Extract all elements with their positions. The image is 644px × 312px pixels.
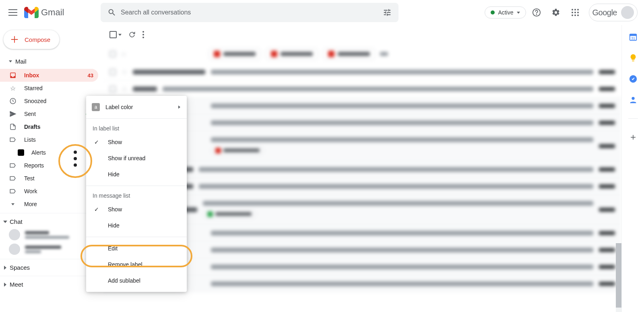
nav-lists[interactable]: Lists [0,133,98,146]
nav-snoozed[interactable]: Snoozed [0,95,98,107]
label-icon [9,187,17,195]
chevron-down-icon [517,12,520,14]
main-menu-button[interactable] [3,3,23,22]
checkbox-icon [109,31,117,38]
star-icon: ☆ [9,84,17,92]
menu-show-if-unread-text: Show if unread [108,155,145,161]
nav-lists-label: Lists [24,136,93,143]
chevron-down-icon [9,200,17,208]
nav-alerts[interactable]: Alerts [0,146,98,159]
contacts-app-button[interactable] [628,95,638,105]
menu-show-text: Show [108,139,122,145]
nav-inbox-label: Inbox [24,72,80,79]
dot-icon [74,151,77,154]
select-all-checkbox[interactable] [109,31,122,38]
label-color-swatch [18,149,24,156]
compose-button[interactable]: Compose [3,30,60,49]
dot-icon [74,163,77,167]
menu-show-if-unread[interactable]: Show if unread [86,150,187,166]
search-input[interactable] [121,9,378,16]
account-avatar[interactable] [621,6,634,19]
keep-app-button[interactable] [628,53,638,63]
svg-point-4 [577,9,579,10]
divider [628,118,638,119]
header: Gmail Active Google [0,0,644,25]
nav-work[interactable]: Work [0,185,98,198]
menu-add-sublabel-text: Add sublabel [108,277,140,284]
nav-sent[interactable]: Sent ✔✔ [0,107,98,120]
tasks-icon [629,74,638,83]
meet-section-title: Meet [10,281,23,288]
chevron-down-icon [9,60,12,62]
menu-hide[interactable]: Hide [86,166,187,182]
file-icon [9,123,17,131]
nav-test-label: Test [24,175,93,182]
menu-hide-message[interactable]: Hide [86,217,187,233]
menu-show[interactable]: ✓ Show [86,134,187,150]
menu-remove-label[interactable]: Remove label [86,256,187,273]
nav-test[interactable]: Test [0,172,98,185]
nav-reports[interactable]: Reports [0,159,98,172]
add-app-button[interactable] [628,132,638,142]
menu-label-color[interactable]: a Label color [86,99,187,115]
menu-label-color-text: Label color [105,104,133,110]
svg-point-1 [536,14,537,15]
svg-point-6 [574,12,576,13]
chevron-down-icon [3,221,7,223]
label-icon [9,136,17,144]
search-options-button[interactable] [378,4,396,21]
side-panel: 31 [621,25,644,312]
svg-rect-13 [630,34,636,36]
dot-icon [74,157,77,160]
chat-avatar-icon [9,229,20,240]
search-bar[interactable] [101,3,398,22]
calendar-icon: 31 [629,33,638,41]
spaces-section-title: Spaces [10,264,30,271]
gmail-logo[interactable]: Gmail [24,7,97,18]
send-icon [9,110,17,118]
support-button[interactable] [528,4,545,21]
svg-point-10 [577,14,579,16]
label-more-options-button[interactable] [71,151,80,167]
mail-section-header[interactable]: Mail [0,54,103,69]
compose-label: Compose [25,36,50,43]
menu-edit[interactable]: Edit [86,240,187,256]
chat-section-title: Chat [10,218,23,225]
refresh-button[interactable] [128,31,136,39]
search-icon[interactable] [103,4,121,21]
nav-sent-label: Sent [24,111,80,117]
nav-more[interactable]: More [0,198,98,211]
more-actions-button[interactable] [142,31,144,38]
calendar-app-button[interactable]: 31 [628,32,638,42]
nav-inbox[interactable]: Inbox 43 [0,69,98,82]
google-account-chip[interactable]: Google [589,4,638,21]
scrollbar[interactable] [616,243,621,312]
nav-drafts[interactable]: Drafts [0,120,98,133]
menu-add-sublabel[interactable]: Add sublabel [86,273,187,289]
mail-toolbar [103,25,621,44]
menu-divider [86,186,187,186]
nav-starred-label: Starred [24,85,93,91]
tasks-app-button[interactable] [628,74,638,84]
apps-button[interactable] [566,4,584,21]
compose-plus-icon [10,35,19,44]
help-icon [532,8,541,17]
menu-divider [86,237,187,237]
gear-icon [551,8,560,17]
menu-section-in-message-list: In message list [86,189,187,201]
color-swatch-icon: a [92,103,100,111]
svg-point-8 [572,14,573,16]
menu-show-message[interactable]: ✓ Show [86,201,187,217]
plus-icon [629,133,637,141]
menu-remove-label-text: Remove label [108,261,142,268]
menu-edit-text: Edit [108,245,118,252]
chevron-right-icon [4,266,6,270]
nav-alerts-label: Alerts [31,149,93,156]
nav-work-label: Work [24,188,93,194]
chevron-right-icon [178,105,180,109]
settings-button[interactable] [547,4,565,21]
mail-section-title: Mail [15,58,27,65]
menu-hide-message-text: Hide [108,222,120,229]
nav-starred[interactable]: ☆ Starred [0,82,98,95]
status-chip[interactable]: Active [485,6,526,19]
